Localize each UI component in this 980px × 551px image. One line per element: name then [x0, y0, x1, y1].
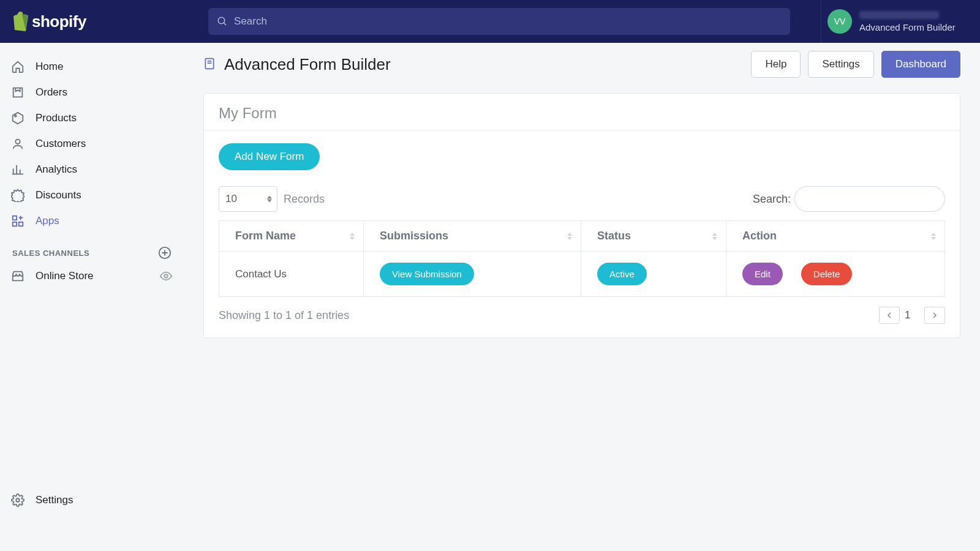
- col-submissions[interactable]: Submissions: [364, 221, 581, 252]
- settings-button[interactable]: Settings: [808, 51, 873, 78]
- shopify-bag-icon: [11, 12, 28, 31]
- main-content: Advanced Form Builder Help Settings Dash…: [184, 43, 980, 551]
- orders-icon: [11, 86, 24, 99]
- svg-rect-5: [19, 222, 23, 226]
- user-name-redacted: [859, 11, 939, 19]
- table-search-label: Search:: [753, 193, 791, 206]
- sidebar-item-analytics[interactable]: Analytics: [0, 157, 184, 182]
- delete-button[interactable]: Delete: [801, 263, 852, 285]
- apps-icon: [11, 214, 24, 228]
- sales-channels-section: SALES CHANNELS: [0, 234, 184, 263]
- svg-rect-11: [208, 61, 212, 62]
- svg-rect-6: [13, 222, 17, 226]
- channel-online-store[interactable]: Online Store: [0, 263, 184, 289]
- svg-rect-4: [13, 216, 17, 220]
- select-chevron-icon: [267, 196, 272, 203]
- sidebar-label: Products: [36, 112, 77, 124]
- svg-point-9: [16, 498, 20, 502]
- sidebar-label: Orders: [36, 86, 67, 99]
- view-store-icon[interactable]: [159, 269, 173, 283]
- sidebar-item-customers[interactable]: Customers: [0, 131, 184, 157]
- sidebar-item-orders[interactable]: Orders: [0, 80, 184, 105]
- svg-point-2: [15, 115, 17, 117]
- page-number: 1: [905, 307, 919, 324]
- view-submission-button[interactable]: View Submission: [380, 263, 474, 285]
- avatar: VV: [827, 9, 852, 34]
- table-search-input[interactable]: [794, 186, 945, 212]
- col-form-name[interactable]: Form Name: [219, 221, 364, 252]
- col-action[interactable]: Action: [726, 221, 945, 252]
- search-icon: [217, 16, 228, 27]
- sidebar: Home Orders Products Customers Analytics…: [0, 43, 184, 551]
- sidebar-label: Analytics: [36, 163, 77, 176]
- sort-icon: [567, 233, 572, 240]
- logo-area: shopify: [0, 0, 184, 43]
- user-menu[interactable]: VV Advanced Form Builder: [821, 0, 980, 43]
- add-new-form-button[interactable]: Add New Form: [219, 143, 320, 170]
- discounts-icon: [11, 189, 24, 202]
- help-button[interactable]: Help: [751, 51, 801, 78]
- app-icon: [203, 58, 217, 71]
- sidebar-label: Home: [36, 61, 63, 73]
- channel-label: Online Store: [36, 270, 94, 282]
- user-info: Advanced Form Builder: [859, 11, 956, 32]
- dashboard-button[interactable]: Dashboard: [881, 51, 960, 78]
- pagination: 1: [879, 307, 945, 324]
- sort-icon: [350, 233, 355, 240]
- forms-table: Form Name Submissions Status Action Cont…: [219, 220, 945, 297]
- search-placeholder: Search: [234, 15, 267, 28]
- cell-status: Active: [581, 252, 726, 297]
- col-status[interactable]: Status: [581, 221, 726, 252]
- svg-point-0: [218, 17, 225, 24]
- sidebar-item-discounts[interactable]: Discounts: [0, 182, 184, 208]
- page-header: Advanced Form Builder Help Settings Dash…: [184, 43, 980, 86]
- home-icon: [11, 60, 24, 73]
- sort-icon: [712, 233, 717, 240]
- add-channel-button[interactable]: [158, 246, 172, 260]
- gear-icon: [11, 493, 24, 507]
- brand-text: shopify: [32, 12, 86, 31]
- svg-line-1: [224, 23, 226, 25]
- sidebar-item-settings[interactable]: Settings: [0, 486, 184, 514]
- sidebar-label: Customers: [36, 138, 86, 150]
- records-value: 10: [225, 193, 237, 205]
- topbar: shopify Search VV Advanced Form Builder: [0, 0, 980, 43]
- status-badge[interactable]: Active: [597, 263, 647, 285]
- page-title: Advanced Form Builder: [224, 55, 391, 74]
- customers-icon: [11, 137, 24, 151]
- next-page-button[interactable]: [924, 307, 945, 324]
- section-title: SALES CHANNELS: [12, 249, 89, 258]
- top-center: Search: [184, 8, 821, 35]
- svg-rect-12: [208, 62, 212, 64]
- table-row: Contact Us View Submission Active Edit D…: [219, 252, 945, 297]
- records-per-page-select[interactable]: 10: [219, 186, 277, 212]
- card-title: My Form: [204, 94, 960, 131]
- global-search[interactable]: Search: [208, 8, 790, 35]
- forms-card: My Form Add New Form 10 Records Search:: [203, 93, 960, 338]
- svg-point-8: [164, 274, 168, 278]
- cell-submissions: View Submission: [364, 252, 581, 297]
- settings-label: Settings: [36, 494, 73, 506]
- shopify-logo[interactable]: shopify: [11, 12, 86, 31]
- products-icon: [11, 111, 24, 125]
- sidebar-item-apps[interactable]: Apps: [0, 208, 184, 234]
- table-footer-info: Showing 1 to 1 of 1 entries: [219, 309, 349, 322]
- store-icon: [11, 269, 24, 283]
- sidebar-item-home[interactable]: Home: [0, 54, 184, 80]
- user-subtitle: Advanced Form Builder: [859, 22, 956, 32]
- cell-form-name: Contact Us: [219, 252, 364, 297]
- prev-page-button[interactable]: [879, 307, 900, 324]
- sort-icon: [931, 233, 936, 240]
- svg-point-3: [15, 140, 20, 144]
- sidebar-label: Apps: [36, 215, 59, 227]
- cell-action: Edit Delete: [726, 252, 945, 297]
- edit-button[interactable]: Edit: [742, 263, 783, 285]
- analytics-icon: [11, 163, 24, 176]
- records-label: Records: [284, 193, 325, 206]
- sidebar-label: Discounts: [36, 189, 81, 201]
- sidebar-item-products[interactable]: Products: [0, 105, 184, 131]
